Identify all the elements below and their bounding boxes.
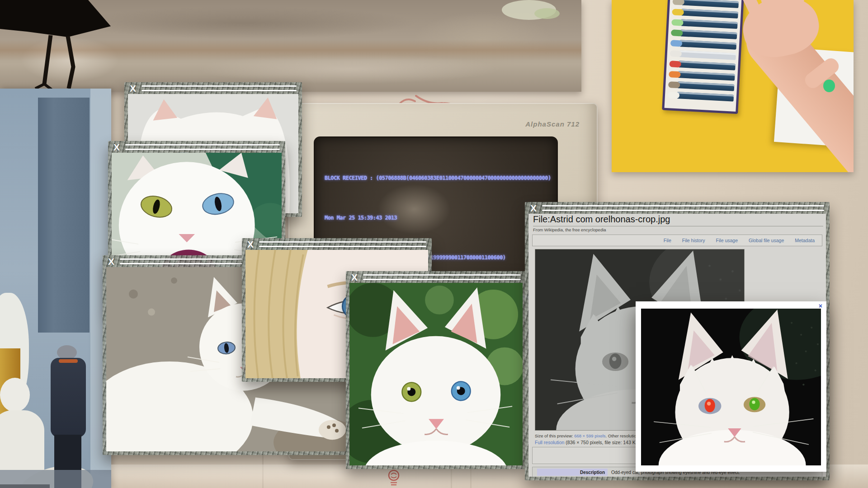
close-icon[interactable]: X	[530, 203, 537, 213]
window-titlebar[interactable]: X	[349, 271, 523, 283]
pale-stone	[488, 0, 579, 27]
window-titlebar[interactable]: X	[528, 202, 826, 214]
blackbird-icon	[0, 0, 190, 92]
photo-blackbird-on-stone	[0, 0, 581, 92]
desktop-collage: AlphaScan 712 BLOCK RECEIVED : (05706888…	[0, 0, 868, 488]
monitor-brand-label: AlphaScan 712	[525, 120, 580, 128]
tab-file-usage[interactable]: File usage	[716, 238, 738, 243]
titlebar-lines-icon	[125, 144, 280, 150]
titlebar-lines-icon	[142, 85, 297, 91]
terminal-line: Mon Mar 25 15:39:43 2013	[325, 211, 558, 225]
tab-file-history[interactable]: File history	[682, 238, 705, 243]
full-resolution-line: Full resolution (836 × 750 pixels, file …	[535, 440, 646, 445]
photo-odd-eyed-cat-portrait	[349, 283, 523, 465]
close-icon[interactable]: X	[351, 272, 358, 282]
window-cat-green-blue[interactable]: X	[346, 271, 526, 469]
photo-crayons-and-hand	[612, 0, 854, 172]
wiki-tab-bar: File File history File usage Global file…	[532, 235, 822, 246]
photo-museum-statue	[0, 89, 111, 488]
tab-metadata[interactable]: Metadata	[795, 238, 815, 243]
statue-head	[0, 378, 30, 412]
close-icon[interactable]: X	[113, 142, 120, 152]
tab-file[interactable]: File	[664, 238, 671, 243]
page-title: File:Astrid com orelhonas-crop.jpg	[533, 214, 823, 226]
description-label: Description	[537, 469, 608, 476]
close-icon[interactable]: X	[130, 84, 136, 93]
titlebar-lines-icon	[363, 274, 521, 280]
titlebar-lines-icon	[259, 241, 426, 247]
red-stamp	[385, 469, 403, 487]
close-icon[interactable]: X	[108, 257, 114, 266]
photo-eyeshine-cat	[641, 309, 821, 465]
crayon-box	[662, 0, 744, 114]
visitor	[51, 358, 86, 437]
window-titlebar[interactable]: X	[128, 82, 298, 94]
lightbox-popup[interactable]: ×	[636, 301, 826, 472]
full-resolution-link[interactable]: Full resolution	[535, 440, 564, 445]
window-titlebar[interactable]: X	[245, 238, 428, 250]
window-titlebar[interactable]: X	[112, 141, 282, 153]
preview-size-link[interactable]: 668 × 599 pixels	[574, 433, 605, 438]
terminal-line: BLOCK RECEIVED : (05706888B(046060383E01…	[325, 172, 558, 185]
green-nail	[823, 80, 835, 92]
page-tagline: From Wikipedia, the free encyclopedia	[533, 227, 606, 232]
tab-global-file-usage[interactable]: Global file usage	[749, 238, 784, 243]
close-icon[interactable]: X	[247, 239, 254, 249]
titlebar-lines-icon	[542, 205, 824, 211]
